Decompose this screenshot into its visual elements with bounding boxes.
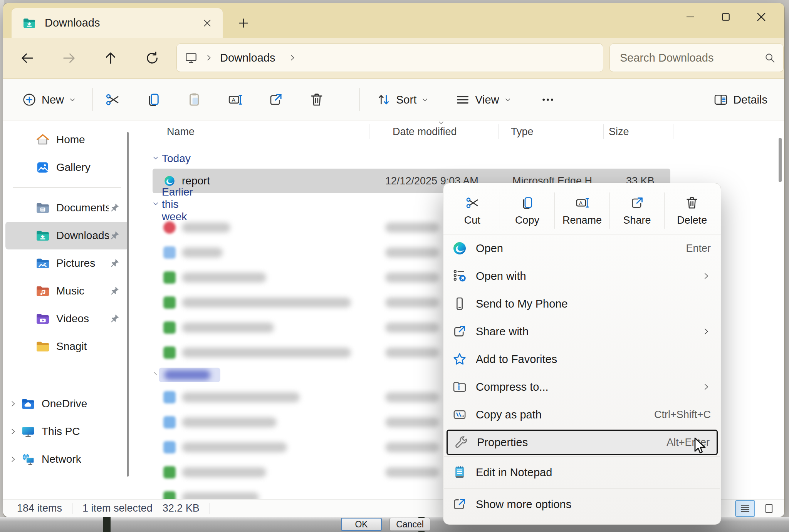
breadcrumb-chevron-icon[interactable] (288, 54, 297, 62)
group-chevron-icon[interactable] (152, 200, 159, 209)
sidebar-item-downloads[interactable]: Downloads (5, 222, 129, 249)
column-header-type[interactable]: Type (511, 126, 534, 138)
group-chevron-icon[interactable] (152, 154, 159, 163)
redacted-date (385, 467, 439, 477)
column-headers: Name Date modified Type Size (131, 120, 784, 143)
column-separator[interactable] (369, 124, 369, 139)
new-button[interactable]: New (16, 88, 82, 111)
videos-folder-icon (35, 311, 50, 326)
share-menu-button[interactable]: Share (610, 187, 665, 234)
expand-chevron-icon[interactable] (5, 400, 21, 408)
breadcrumb-segment[interactable]: Downloads (220, 52, 275, 64)
column-header-date-modified[interactable]: Date modified (393, 126, 457, 138)
menu-item-edit-in-notepad[interactable]: Edit in Notepad (443, 458, 721, 487)
sidebar-item-music[interactable]: Music (5, 277, 129, 305)
mouse-cursor-icon (693, 437, 709, 457)
breadcrumb-chevron-icon (205, 54, 213, 62)
menu-item-show-more-options[interactable]: Show more options (443, 490, 721, 519)
sort-button[interactable]: Sort (371, 88, 434, 111)
menu-item-compress-to[interactable]: Compress to... (443, 373, 721, 401)
ok-button[interactable]: OK (341, 518, 382, 531)
sidebar-item-home[interactable]: Home (5, 126, 129, 154)
cut-button[interactable] (104, 91, 121, 109)
large-icons-view-toggle[interactable] (759, 500, 779, 517)
selection-count: 1 item selected (82, 502, 153, 514)
sort-button-label: Sort (396, 94, 416, 106)
redacted-date (385, 223, 439, 233)
sidebar-item-gallery[interactable]: Gallery (5, 154, 129, 181)
column-separator[interactable] (498, 124, 499, 139)
column-header-name[interactable]: Name (167, 126, 195, 138)
cancel-button[interactable]: Cancel (389, 518, 430, 531)
column-header-size[interactable]: Size (609, 126, 629, 138)
refresh-icon[interactable] (143, 49, 161, 67)
content-scrollbar[interactable] (779, 138, 782, 182)
pin-icon (109, 313, 120, 325)
sidebar-item-this-pc[interactable]: This PC (5, 418, 129, 445)
details-pane-button[interactable]: Details (708, 88, 773, 111)
menu-item-send-to-my-phone[interactable]: Send to My Phone (443, 290, 721, 318)
this-pc-icon[interactable] (185, 51, 198, 64)
cancel-button-label: Cancel (396, 519, 424, 530)
sidebar-item-onedrive[interactable]: OneDrive (5, 390, 129, 418)
green-spreadsheet-icon (163, 271, 176, 284)
copy-button[interactable] (144, 91, 162, 109)
details-view-toggle[interactable] (735, 500, 755, 517)
tab-downloads[interactable]: Downloads (12, 8, 223, 38)
redacted-date (385, 417, 439, 427)
ok-button-label: OK (355, 519, 368, 530)
column-separator[interactable] (603, 124, 604, 139)
quick-action-label: Share (623, 214, 651, 226)
group-label[interactable]: Today (162, 152, 191, 165)
minimize-icon[interactable] (673, 3, 708, 31)
group-chevron-icon[interactable] (152, 370, 159, 379)
sidebar-item-documents[interactable]: Documents (5, 194, 129, 222)
sidebar-item-label: Gallery (56, 161, 125, 174)
menu-item-add-to-favorites[interactable]: Add to Favorites (443, 345, 721, 373)
more-options-icon[interactable] (539, 91, 557, 109)
network-icon (21, 452, 35, 467)
sidebar-scrollbar[interactable] (127, 132, 129, 477)
red-document-icon (163, 221, 176, 234)
share-button[interactable] (267, 91, 285, 109)
menu-item-copy-as-path[interactable]: Copy as path Ctrl+Shift+C (443, 401, 721, 428)
sidebar-item-pictures[interactable]: Pictures (5, 249, 129, 277)
search-input[interactable] (620, 52, 764, 64)
column-separator[interactable] (673, 124, 673, 139)
rename-menu-button[interactable]: A Rename (555, 187, 609, 234)
blue-document-icon (163, 246, 176, 259)
tab-close-icon[interactable] (199, 15, 216, 32)
sidebar-divider (13, 187, 121, 188)
cut-menu-button[interactable]: Cut (445, 187, 500, 234)
menu-divider (444, 456, 720, 457)
copy-menu-button[interactable]: Copy (500, 187, 555, 234)
delete-menu-button[interactable]: Delete (665, 187, 719, 234)
menu-item-share-with[interactable]: Share with (443, 318, 721, 345)
expand-chevron-icon[interactable] (5, 427, 21, 436)
sidebar-item-network[interactable]: Network (5, 445, 129, 473)
expand-chevron-icon[interactable] (5, 455, 21, 463)
view-button[interactable]: View (450, 88, 517, 111)
delete-button[interactable] (308, 91, 326, 109)
paste-button[interactable] (185, 91, 203, 109)
sidebar-item-label: Videos (56, 313, 109, 325)
music-folder-icon (35, 284, 50, 298)
phone-icon (452, 296, 467, 311)
maximize-icon[interactable] (708, 3, 744, 31)
sidebar-item-videos[interactable]: Videos (5, 305, 129, 333)
menu-item-open-with[interactable]: Open with (443, 262, 721, 290)
item-count: 184 items (17, 502, 62, 514)
search-box[interactable] (609, 43, 784, 72)
forward-icon[interactable] (60, 49, 78, 67)
menu-item-properties[interactable]: Properties Alt+Enter (447, 430, 718, 455)
new-tab-button[interactable] (234, 14, 253, 32)
address-bar[interactable]: Downloads (176, 43, 603, 72)
back-icon[interactable] (18, 49, 36, 67)
menu-item-label: Add to Favorites (476, 353, 711, 366)
menu-item-open[interactable]: Open Enter (443, 234, 721, 262)
sidebar-item-snagit[interactable]: Snagit (5, 333, 129, 360)
search-icon[interactable] (764, 52, 776, 64)
close-icon[interactable] (744, 3, 779, 31)
up-icon[interactable] (102, 49, 119, 67)
rename-button[interactable]: A (226, 91, 244, 109)
